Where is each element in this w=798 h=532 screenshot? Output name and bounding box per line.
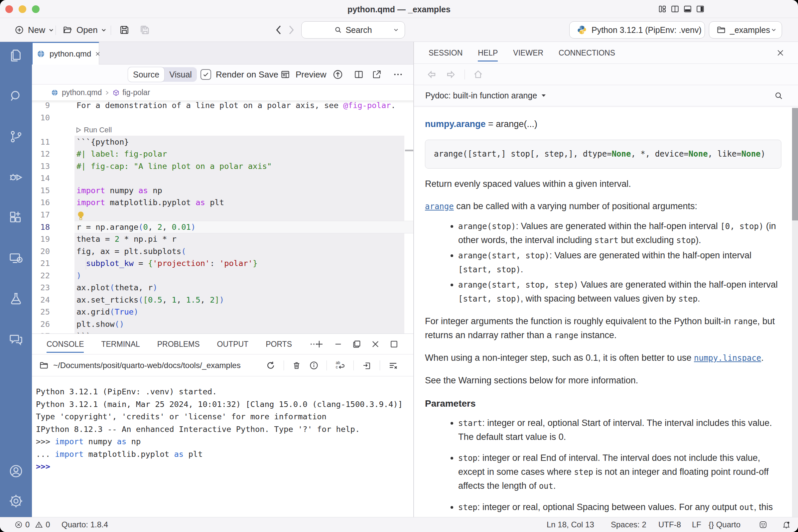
open-button[interactable]: Open (62, 18, 107, 41)
open-external-button[interactable] (372, 64, 382, 84)
encoding-status[interactable]: UTF-8 (658, 517, 681, 532)
notifications-bell-icon[interactable] (782, 517, 791, 532)
save-all-button[interactable] (139, 18, 150, 41)
panel-tab-ports[interactable]: PORTS (266, 334, 292, 355)
extensions-icon[interactable] (8, 210, 24, 225)
quarto-file-icon (37, 50, 45, 58)
new-console-icon[interactable] (314, 339, 324, 349)
dropdown-caret-icon (541, 94, 546, 98)
search-input[interactable]: Search (301, 21, 405, 39)
run-cell-button[interactable]: Run Cell (75, 124, 112, 136)
help-link[interactable]: arange (425, 202, 454, 211)
code-editor[interactable]: 9For a demonstration of a line plot on a… (32, 100, 413, 334)
render-on-save-checkbox[interactable] (201, 64, 211, 84)
code-line: 15import numpy as np (32, 185, 413, 197)
close-panel-icon[interactable] (371, 340, 380, 349)
source-visual-toggle: Source Visual (128, 64, 197, 84)
help-list-item: stop: integer or real End of interval. T… (458, 451, 781, 493)
breadcrumb-file[interactable]: python.qmd (62, 88, 102, 97)
home-icon[interactable] (473, 69, 483, 80)
split-panel-icon[interactable] (352, 340, 361, 349)
working-directory[interactable]: ~/Documents/posit/quarto-web/docs/tools/… (53, 361, 241, 370)
settings-gear-icon[interactable] (8, 493, 24, 509)
preview-button[interactable]: Preview (280, 64, 326, 84)
comments-icon[interactable] (8, 332, 24, 347)
indentation-status[interactable]: Spaces: 2 (611, 517, 646, 532)
navigate-forward-button[interactable] (289, 18, 294, 41)
source-control-icon[interactable] (8, 129, 24, 144)
customize-layout-icon[interactable] (658, 5, 667, 13)
toggle-panel-icon[interactable] (683, 5, 692, 13)
word-wrap-icon[interactable]: abc (335, 360, 345, 371)
run-debug-icon[interactable] (8, 170, 24, 185)
help-list-item: start: integer or real, optional Start o… (458, 416, 781, 444)
problems-status[interactable]: 0 0 (15, 517, 50, 532)
tab-python-qmd[interactable]: python.qmd (32, 42, 99, 64)
secondary-tab-viewer[interactable]: VIEWER (513, 42, 543, 64)
help-forward-icon[interactable] (445, 69, 457, 80)
visual-mode-button[interactable]: Visual (164, 67, 197, 82)
maximize-panel-icon[interactable] (390, 340, 399, 349)
toggle-secondary-sidebar-icon[interactable] (696, 5, 705, 13)
quarto-version-status[interactable]: Quarto: 1.8.4 (61, 517, 108, 532)
breadcrumb-symbol[interactable]: fig-polar (122, 88, 150, 97)
svg-text:ab: ab (336, 360, 341, 365)
source-mode-button[interactable]: Source (128, 67, 164, 82)
zoom-window-button[interactable] (32, 5, 40, 13)
panel-tab-terminal[interactable]: TERMINAL (101, 334, 140, 355)
titlebar: python.qmd — _examples (0, 0, 798, 18)
clear-console-icon[interactable] (388, 360, 398, 370)
close-tab-icon[interactable] (94, 51, 101, 57)
explorer-icon[interactable] (8, 48, 24, 63)
secondary-tab-help[interactable]: HELP (478, 42, 498, 64)
help-content[interactable]: numpy.arange = arange(...)arange([start,… (414, 108, 798, 517)
trash-icon[interactable] (292, 361, 301, 370)
secondary-tab-connections[interactable]: CONNECTIONS (558, 42, 615, 64)
remote-sessions-icon[interactable] (8, 251, 24, 266)
test-beaker-icon[interactable] (8, 291, 24, 307)
console-output[interactable]: Python 3.12.1 (PipEnv: .venv) started.Py… (32, 376, 413, 473)
secondary-tab-session[interactable]: SESSION (429, 42, 462, 64)
save-all-icon (139, 24, 150, 36)
interpreter-selector[interactable]: Python 3.12.1 (PipEnv: .venv) (569, 21, 705, 39)
help-search-icon[interactable] (774, 91, 783, 100)
code-line: 19theta = 2 * np.pi * r (32, 233, 413, 245)
console-line: IPython 8.12.3 -- An enhanced Interactiv… (36, 423, 413, 436)
close-window-button[interactable] (5, 5, 13, 13)
code-line: 10 (32, 112, 413, 124)
language-mode-status[interactable]: {} Quarto (708, 517, 740, 532)
more-actions-button[interactable] (393, 64, 403, 84)
save-button[interactable] (119, 18, 130, 41)
cursor-position-status[interactable]: Ln 18, Col 13 (547, 517, 594, 532)
render-document-button[interactable] (332, 64, 343, 84)
restart-console-icon[interactable] (266, 360, 276, 370)
help-topic[interactable]: Pydoc: built-in function arange (425, 91, 537, 100)
feedback-smiley-icon[interactable] (759, 517, 767, 532)
panel-tab-console[interactable]: CONSOLE (46, 334, 84, 355)
split-editor-button[interactable] (354, 64, 364, 84)
eol-status[interactable]: LF (692, 517, 701, 532)
help-link[interactable]: numpy.linspace (694, 354, 761, 363)
panel-tab-problems[interactable]: PROBLEMS (157, 334, 200, 355)
tab-label: python.qmd (50, 49, 91, 58)
console-line: Python 3.12.1 (main, Mar 25 2024, 10:01:… (36, 398, 413, 411)
workspace-selector[interactable]: _examples (709, 21, 782, 39)
warning-icon (35, 521, 43, 529)
account-icon[interactable] (8, 463, 24, 479)
split-editor-layout-icon[interactable] (671, 5, 679, 13)
export-console-icon[interactable] (362, 360, 372, 370)
lightbulb-icon[interactable] (76, 211, 85, 221)
close-secondary-panel-icon[interactable] (776, 49, 785, 57)
new-button[interactable]: New (15, 18, 54, 41)
panel-tab-output[interactable]: OUTPUT (217, 334, 249, 355)
help-signature: arange([start,] stop[, step,], dtype=Non… (425, 140, 781, 169)
help-scrollbar[interactable] (792, 108, 798, 517)
info-icon[interactable] (309, 361, 319, 370)
secondary-panel-tabs: SESSIONHELPVIEWERCONNECTIONS (414, 42, 798, 64)
search-icon[interactable] (8, 89, 24, 104)
activity-bar (0, 42, 32, 517)
navigate-back-button[interactable] (275, 18, 281, 41)
minimize-panel-icon[interactable] (334, 340, 343, 349)
minimize-window-button[interactable] (19, 5, 26, 13)
help-back-icon[interactable] (426, 69, 437, 80)
